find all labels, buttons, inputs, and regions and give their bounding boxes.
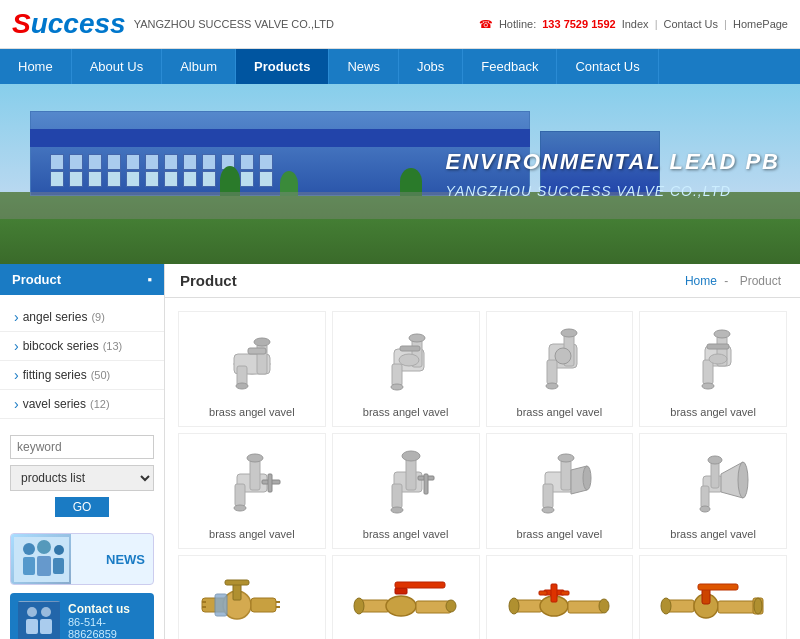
svg-point-63 xyxy=(708,456,722,464)
product-name-3: brass angel vavel xyxy=(495,406,625,418)
svg-rect-61 xyxy=(711,462,719,488)
sidebar-item-bibcock[interactable]: bibcock series (13) xyxy=(0,332,164,361)
nav-products[interactable]: Products xyxy=(236,49,329,84)
svg-rect-2 xyxy=(23,557,35,575)
product-item-4[interactable]: brass angel vavel xyxy=(639,311,787,427)
hotline-number: 133 7529 1592 xyxy=(542,18,615,30)
svg-point-66 xyxy=(738,462,748,498)
svg-rect-62 xyxy=(701,486,709,508)
contact-label: Contact us xyxy=(68,602,146,616)
product-item-2[interactable]: brass angel vavel xyxy=(332,311,480,427)
go-button[interactable]: GO xyxy=(55,497,110,517)
keyword-input[interactable] xyxy=(10,435,154,459)
svg-point-92 xyxy=(509,598,519,614)
svg-rect-91 xyxy=(561,591,569,595)
svg-point-24 xyxy=(399,354,419,366)
nav-feedback[interactable]: Feedback xyxy=(463,49,557,84)
svg-point-43 xyxy=(234,505,246,511)
svg-rect-48 xyxy=(392,484,402,508)
breadcrumb-home[interactable]: Home xyxy=(685,274,717,288)
product-item-11[interactable]: brass bibcock xyxy=(486,555,634,639)
angel-count: (9) xyxy=(91,311,104,323)
svg-rect-98 xyxy=(698,584,738,590)
bibcock-label: bibcock series xyxy=(23,339,99,353)
index-link[interactable]: Index xyxy=(622,18,649,30)
sidebar-item-fitting[interactable]: fitting series (50) xyxy=(0,361,164,390)
svg-point-83 xyxy=(446,600,456,612)
svg-rect-72 xyxy=(225,580,249,585)
svg-rect-7 xyxy=(18,602,60,639)
nav-about[interactable]: About Us xyxy=(72,49,162,84)
nav-album[interactable]: Album xyxy=(162,49,236,84)
svg-point-5 xyxy=(54,545,64,555)
svg-point-16 xyxy=(254,338,270,346)
svg-point-82 xyxy=(354,598,364,614)
products-list-select[interactable]: products list angel series bibcock serie… xyxy=(10,465,154,491)
hotline-label: Hotline: xyxy=(499,18,536,30)
sidebar-icon: ▪ xyxy=(147,272,152,287)
product-item-1[interactable]: brass angel vavel xyxy=(178,311,326,427)
svg-rect-45 xyxy=(268,474,272,492)
banner-title: ENVIRONMENTAL LEAD PB xyxy=(445,149,780,175)
svg-rect-55 xyxy=(543,484,553,508)
product-item-5[interactable]: brass angel vavel xyxy=(178,433,326,549)
svg-point-50 xyxy=(391,507,403,513)
svg-point-29 xyxy=(561,329,577,337)
product-name-1: brass angel vavel xyxy=(187,406,317,418)
svg-point-23 xyxy=(391,384,403,390)
sidebar: Product ▪ angel series (9) bibcock serie… xyxy=(0,264,165,639)
product-item-7[interactable]: brass angel vavel xyxy=(486,433,634,549)
svg-point-30 xyxy=(546,383,558,389)
top-right: ☎ Hotline: 133 7529 1592 Index | Contact… xyxy=(479,18,788,31)
main-content: Product ▪ angel series (9) bibcock serie… xyxy=(0,264,800,639)
svg-rect-18 xyxy=(248,348,266,354)
bibcock-count: (13) xyxy=(103,340,123,352)
product-name-8: brass angel vavel xyxy=(648,528,778,540)
logo: Success xyxy=(12,8,126,40)
news-image xyxy=(11,534,71,584)
nav-jobs[interactable]: Jobs xyxy=(399,49,463,84)
svg-rect-89 xyxy=(551,584,557,602)
svg-rect-52 xyxy=(424,474,428,494)
svg-rect-41 xyxy=(235,484,245,506)
svg-point-38 xyxy=(709,354,727,364)
svg-point-42 xyxy=(247,454,263,462)
contact-phone: 86-514-88626859 xyxy=(68,616,146,639)
svg-point-8 xyxy=(27,607,37,617)
nav-news[interactable]: News xyxy=(329,49,399,84)
svg-rect-40 xyxy=(250,460,260,490)
breadcrumb-current: Product xyxy=(740,274,781,288)
svg-point-17 xyxy=(236,383,248,389)
nav-home[interactable]: Home xyxy=(0,49,72,84)
sidebar-item-vavel[interactable]: vavel series (12) xyxy=(0,390,164,419)
product-item-8[interactable]: brass angel vavel xyxy=(639,433,787,549)
svg-rect-25 xyxy=(400,346,420,351)
sidebar-item-angel[interactable]: angel series (9) xyxy=(0,303,164,332)
svg-rect-75 xyxy=(276,601,280,603)
banner-subtitle: YANGZHOU SUCCESS VALVE CO.,LTD xyxy=(445,183,780,199)
product-name-6: brass angel vavel xyxy=(341,528,471,540)
svg-point-31 xyxy=(555,348,571,364)
svg-rect-80 xyxy=(395,588,407,594)
homepage-link[interactable]: HomePage xyxy=(733,18,788,30)
contact-us-link[interactable]: Contact Us xyxy=(664,18,718,30)
angel-label: angel series xyxy=(23,310,88,324)
sidebar-title: Product xyxy=(12,272,61,287)
svg-rect-6 xyxy=(53,558,64,574)
company-name: YANGZHOU SUCCESS VALVE CO.,LTD xyxy=(134,18,334,30)
product-item-12[interactable]: brass angel vavel xyxy=(639,555,787,639)
product-item-9[interactable]: brass angel vavel xyxy=(178,555,326,639)
svg-point-3 xyxy=(37,540,51,554)
product-item-3[interactable]: brass angel vavel xyxy=(486,311,634,427)
nav-contact[interactable]: Contact Us xyxy=(557,49,658,84)
news-widget[interactable]: NEWS xyxy=(10,533,154,585)
product-item-6[interactable]: brass angel vavel xyxy=(332,433,480,549)
svg-rect-81 xyxy=(395,582,445,588)
product-item-10[interactable]: brass bibcock xyxy=(332,555,480,639)
contact-widget[interactable]: Contact us 86-514-88626859 xyxy=(10,593,154,639)
breadcrumb: Home - Product xyxy=(685,274,785,288)
svg-rect-21 xyxy=(392,364,402,386)
sidebar-menu: angel series (9) bibcock series (13) fit… xyxy=(0,295,164,427)
banner: ENVIRONMENTAL LEAD PB YANGZHOU SUCCESS V… xyxy=(0,84,800,264)
svg-point-56 xyxy=(558,454,574,462)
